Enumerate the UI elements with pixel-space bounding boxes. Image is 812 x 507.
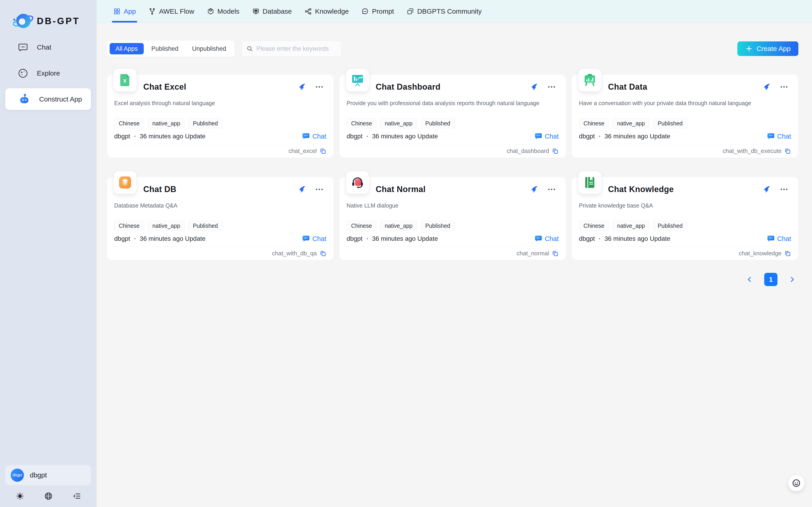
more-menu-button[interactable] xyxy=(780,84,788,90)
language-globe-icon[interactable] xyxy=(44,492,53,500)
tag-list: Chinese native_app Published xyxy=(114,221,326,231)
chevron-right-icon xyxy=(788,276,796,283)
copy-icon[interactable] xyxy=(784,250,791,257)
tab-dbgpts-community[interactable]: DBGPTS Community xyxy=(400,0,488,22)
prev-page-button[interactable] xyxy=(745,275,754,284)
community-squares-icon xyxy=(407,8,414,15)
tab-label: Models xyxy=(217,7,240,15)
search-icon xyxy=(246,45,253,52)
owner-name: dbgpt xyxy=(347,133,363,140)
sidebar-item-chat[interactable]: Chat xyxy=(0,37,91,58)
tag-type: native_app xyxy=(613,118,649,128)
tag-status: Published xyxy=(188,118,223,128)
tab-label: DBGPTS Community xyxy=(417,7,482,15)
tag-language: Chinese xyxy=(347,221,377,231)
chat-button[interactable]: Chat xyxy=(302,235,326,243)
chat-button[interactable]: Chat xyxy=(767,235,791,243)
chat-bubble-icon xyxy=(18,42,28,53)
copy-icon[interactable] xyxy=(320,250,326,257)
sql-label: SQL xyxy=(254,10,257,11)
plus-icon xyxy=(745,45,753,53)
sql-monitor-icon: SQL xyxy=(252,8,259,15)
dingtalk-share-icon[interactable] xyxy=(298,185,306,193)
copy-icon[interactable] xyxy=(320,148,326,155)
more-menu-button[interactable] xyxy=(315,186,323,192)
chat-button[interactable]: Chat xyxy=(302,132,326,140)
flow-branch-icon xyxy=(148,8,156,15)
dingtalk-share-icon[interactable] xyxy=(530,185,538,193)
app-description: Provide you with professional data analy… xyxy=(347,98,559,108)
chat-label: Chat xyxy=(312,235,326,242)
app-card-chat-normal: Chat Normal Native LLM dialogue Chinese … xyxy=(339,177,566,260)
knowledge-book-icon xyxy=(582,175,597,190)
filter-unpublished[interactable]: Unpublished xyxy=(186,43,232,54)
copy-icon[interactable] xyxy=(552,250,559,257)
copy-icon[interactable] xyxy=(552,148,559,155)
tab-label: App xyxy=(124,7,136,15)
sidebar-item-label: Chat xyxy=(37,44,51,51)
app-title: Chat Dashboard xyxy=(376,82,441,92)
tag-type: native_app xyxy=(380,221,417,231)
tab-prompt[interactable]: Prompt xyxy=(355,0,400,22)
chat-button[interactable]: Chat xyxy=(534,132,559,140)
top-navigation: App AWEL Flow Models SQL Database Kno xyxy=(97,0,812,23)
dingtalk-share-icon[interactable] xyxy=(762,185,770,193)
more-menu-button[interactable] xyxy=(548,186,555,192)
collapse-sidebar-icon[interactable] xyxy=(73,492,81,500)
tab-models[interactable]: Models xyxy=(201,0,246,22)
sidebar-item-construct-app[interactable]: Construct App xyxy=(5,88,91,110)
sidebar-item-explore[interactable]: Explore xyxy=(0,62,91,84)
tag-type: native_app xyxy=(380,118,417,128)
chat-bubble-icon xyxy=(302,235,310,243)
dingtalk-share-icon[interactable] xyxy=(298,83,306,91)
scene-name: chat_dashboard xyxy=(507,148,549,155)
feedback-smiley-button[interactable] xyxy=(788,475,805,491)
tag-status: Published xyxy=(188,221,223,231)
tab-label: Knowledge xyxy=(315,7,349,15)
chat-bubble-icon xyxy=(534,132,543,140)
excel-file-icon: X xyxy=(118,73,132,88)
smiley-icon xyxy=(792,478,801,488)
search-input[interactable] xyxy=(256,45,337,52)
app-description: Excel analysis through natural language xyxy=(114,98,326,108)
page-number[interactable]: 1 xyxy=(764,273,777,286)
dot-separator xyxy=(367,238,368,239)
more-menu-button[interactable] xyxy=(548,84,555,90)
tab-awel-flow[interactable]: AWEL Flow xyxy=(142,0,200,22)
user-profile[interactable]: dbgpt dbgpt xyxy=(5,465,91,485)
meta-row: dbgpt 36 minutes ago Update Chat xyxy=(114,234,326,243)
tag-language: Chinese xyxy=(114,118,144,128)
chat-bubble-icon xyxy=(534,235,543,243)
tag-list: Chinese native_app Published xyxy=(347,221,559,231)
chat-label: Chat xyxy=(545,133,559,140)
tab-app[interactable]: App xyxy=(107,0,142,22)
dingtalk-share-icon[interactable] xyxy=(530,83,538,91)
scene-name: chat_excel xyxy=(289,148,317,155)
meta-row: dbgpt 36 minutes ago Update Chat xyxy=(114,131,326,141)
sidebar: DB-GPT Chat Explore xyxy=(0,0,97,507)
create-app-button[interactable]: Create App xyxy=(737,42,798,56)
headset-icon xyxy=(350,175,365,190)
theme-sun-icon[interactable] xyxy=(16,492,24,500)
tag-language: Chinese xyxy=(347,118,377,128)
filter-all-apps[interactable]: All Apps xyxy=(110,43,144,54)
app-card-chat-dashboard: Chat Dashboard Provide you with professi… xyxy=(339,75,566,158)
chat-button[interactable]: Chat xyxy=(767,132,791,140)
app-card-grid: X Chat Excel Excel analysis through natu… xyxy=(107,75,798,260)
chat-button[interactable]: Chat xyxy=(534,235,559,243)
filter-published[interactable]: Published xyxy=(145,43,184,54)
robot-icon xyxy=(18,93,30,106)
chat-label: Chat xyxy=(545,235,559,242)
updated-time: 36 minutes ago Update xyxy=(604,133,670,140)
chat-bubble-icon xyxy=(302,132,310,140)
tab-knowledge[interactable]: Knowledge xyxy=(298,0,355,22)
copy-icon[interactable] xyxy=(784,148,791,155)
next-page-button[interactable] xyxy=(788,275,797,284)
dingtalk-share-icon[interactable] xyxy=(762,83,770,91)
tab-database[interactable]: SQL Database xyxy=(246,0,298,22)
app-title: Chat Data xyxy=(608,82,647,92)
more-menu-button[interactable] xyxy=(315,84,323,90)
more-menu-button[interactable] xyxy=(780,186,788,192)
tag-status: Published xyxy=(653,118,687,128)
chat-label: Chat xyxy=(777,133,791,140)
